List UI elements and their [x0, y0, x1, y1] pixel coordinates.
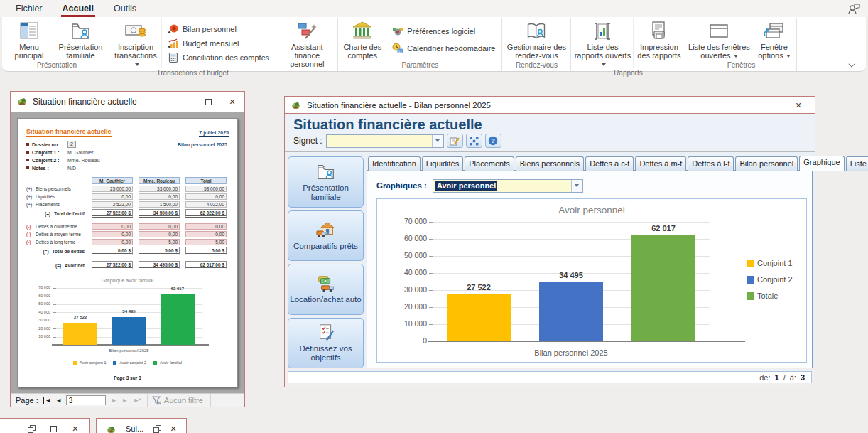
- restore-button[interactable]: [28, 419, 35, 433]
- menu-principal-button[interactable]: Menu principal: [6, 18, 53, 60]
- table-cell: 5,00: [139, 239, 180, 245]
- tab-bilan-personnel[interactable]: Bilan personnel: [735, 156, 798, 171]
- sidebar-presentation-familiale-button[interactable]: Présentation familiale: [288, 156, 364, 208]
- table-header-row: M. GauthierMme. RouleauTotal: [26, 177, 229, 184]
- conciliation-comptes-button[interactable]: Conciliation des comptes: [168, 52, 269, 63]
- calendrier-hebdomadaire-button[interactable]: 12 Calendrier hebdomadaire: [392, 43, 495, 54]
- sidebar-location-achat-auto-button[interactable]: Location/achat auto: [288, 264, 364, 315]
- minimize-button[interactable]: [172, 102, 196, 102]
- close-button[interactable]: [72, 419, 78, 433]
- bilan-personnel-button[interactable]: Bilan personnel: [168, 23, 269, 35]
- sidebar-item-label: Définissez vos objectifs: [290, 344, 362, 363]
- preferences-logiciel-button[interactable]: Préférences logiciel: [392, 26, 495, 37]
- inscription-transactions-button[interactable]: Inscription transactions: [110, 18, 161, 68]
- print-preview-area[interactable]: Situation financière actuelle 7 juillet …: [11, 112, 244, 393]
- ribbon-tab-fichier[interactable]: Fichier: [6, 0, 53, 17]
- report-date: 7 juillet 2025: [199, 130, 229, 137]
- help-button[interactable]: ?: [485, 134, 501, 148]
- house-truck-icon: [315, 220, 337, 240]
- edit-signet-button[interactable]: [447, 134, 463, 148]
- last-page-button[interactable]: [120, 397, 131, 404]
- bilan-personnel-icon: [168, 23, 179, 35]
- tab-placements[interactable]: Placements: [465, 156, 514, 171]
- ribbon-group-presentation: Menu principal Présentation familiale Pr…: [5, 18, 109, 71]
- next-page-button[interactable]: [109, 397, 120, 404]
- tab-liquidit-s[interactable]: Liquidités: [422, 156, 463, 171]
- bullet-icon: [26, 151, 29, 154]
- sidebar-comparatifs-prets-button[interactable]: Comparatifs prêts: [288, 210, 364, 262]
- tab-dettes-c-t[interactable]: Dettes à c-t: [585, 156, 634, 171]
- page-number-input[interactable]: [66, 395, 106, 405]
- banknote-coins-icon: [124, 21, 147, 42]
- tab-dettes-m-t[interactable]: Dettes à m-t: [635, 156, 686, 171]
- tab-dettes-l-t[interactable]: Dettes à l-t: [688, 156, 734, 171]
- y-tick-label: 50 000: [390, 251, 427, 260]
- assistant-finance-button[interactable]: Assistant finance personnel: [277, 18, 337, 68]
- bar-avoir-familial: [161, 294, 195, 345]
- minimize-button[interactable]: [762, 105, 786, 105]
- chevron-down-icon[interactable]: [432, 135, 443, 147]
- signet-label: Signet :: [293, 136, 322, 146]
- new-record-button[interactable]: [131, 397, 143, 404]
- tab-graphique[interactable]: Graphique: [799, 156, 844, 171]
- legend-label: Totale: [757, 292, 778, 300]
- blue-grid-icon: [470, 137, 479, 146]
- table-cell: 0,00: [139, 223, 180, 230]
- liste-fenetres-button[interactable]: Liste des fenêtres ouvertes: [686, 18, 752, 60]
- close-button[interactable]: [170, 419, 176, 433]
- bullet-icon: [26, 143, 29, 146]
- column-header: Total: [185, 177, 227, 184]
- dropdown-chevron-icon: [602, 63, 606, 66]
- background-window-fragment[interactable]: Sui...: [96, 418, 187, 433]
- close-button[interactable]: [786, 100, 810, 110]
- sidebar: Présentation familiale Comparatifs prêts…: [288, 156, 364, 368]
- first-page-button[interactable]: [42, 397, 53, 404]
- report-subtitle: Bilan personnel 2025: [178, 142, 227, 147]
- signet-combobox[interactable]: [326, 134, 444, 148]
- liste-rapports-button[interactable]: Liste des rapports ouverts: [572, 18, 633, 68]
- filter-funnel-icon: [152, 396, 161, 405]
- dropdown-chevron-icon: [734, 55, 738, 58]
- fenetre-options-button[interactable]: Fenêtre options: [752, 18, 796, 60]
- inscription-transactions-label: Inscription transactions: [114, 43, 156, 60]
- restore-button[interactable]: [153, 419, 161, 433]
- sidebar-definissez-objectifs-button[interactable]: Définissez vos objectifs: [288, 318, 364, 369]
- close-button[interactable]: [220, 97, 244, 107]
- app-icon: [17, 97, 27, 107]
- tab-identification[interactable]: Identification: [368, 156, 421, 171]
- tab-biens-personnels[interactable]: Biens personnels: [516, 156, 584, 171]
- navigate-records-button[interactable]: [466, 134, 482, 148]
- liste-fenetres-label: Liste des fenêtres ouvertes: [688, 43, 750, 60]
- budget-mensuel-button[interactable]: Budget mensuel: [168, 38, 269, 49]
- legend-swatch: [153, 361, 157, 365]
- table-row: (-)Dettes à court terme0,000,000,00: [26, 223, 229, 230]
- group-label-fenetres: Fenêtres: [686, 60, 796, 71]
- filter-indicator[interactable]: Aucun filtre: [152, 396, 203, 405]
- bar-value-label: 34 495: [97, 309, 161, 314]
- gestionnaire-rendezvous-button[interactable]: Gestionnaire des rendez-vous: [503, 18, 570, 60]
- mini-family-chart: Graphique avoir familial10 00020 00030 0…: [26, 278, 229, 372]
- table-cell: 62 017,00 $: [185, 261, 227, 269]
- user-icon[interactable]: [847, 3, 861, 15]
- impression-rapports-button[interactable]: Impression des rapports: [633, 18, 684, 68]
- maximize-button[interactable]: [196, 99, 220, 105]
- presentation-familiale-button[interactable]: Présentation familiale: [53, 18, 108, 60]
- ribbon-tab-accueil[interactable]: Accueil: [53, 0, 104, 17]
- preview-titlebar[interactable]: Situation financière actuelle: [11, 92, 244, 112]
- table-cell: 1 500,00: [139, 201, 180, 208]
- legend-label: Conjoint 2: [757, 275, 793, 284]
- chevron-down-icon[interactable]: [571, 180, 582, 192]
- main-menu-icon: [18, 21, 40, 42]
- charte-comptes-button[interactable]: Charte des comptes: [339, 18, 386, 60]
- maximize-button[interactable]: [50, 419, 57, 433]
- graph-type-combobox[interactable]: Avoir personnel: [433, 179, 583, 193]
- table-row: (+)Liquidités0,000,000,00: [26, 193, 229, 200]
- background-window-fragment[interactable]: [0, 418, 90, 433]
- svg-text:?: ?: [491, 137, 495, 144]
- main-titlebar[interactable]: Situation financière actuelle - Bilan pe…: [285, 97, 815, 114]
- ribbon-tab-outils[interactable]: Outils: [104, 0, 146, 17]
- collapse-ribbon-icon[interactable]: [849, 61, 856, 65]
- y-tick-label: 10 000: [31, 334, 50, 338]
- tab-liste[interactable]: Liste: [846, 156, 868, 171]
- previous-page-button[interactable]: [53, 397, 65, 404]
